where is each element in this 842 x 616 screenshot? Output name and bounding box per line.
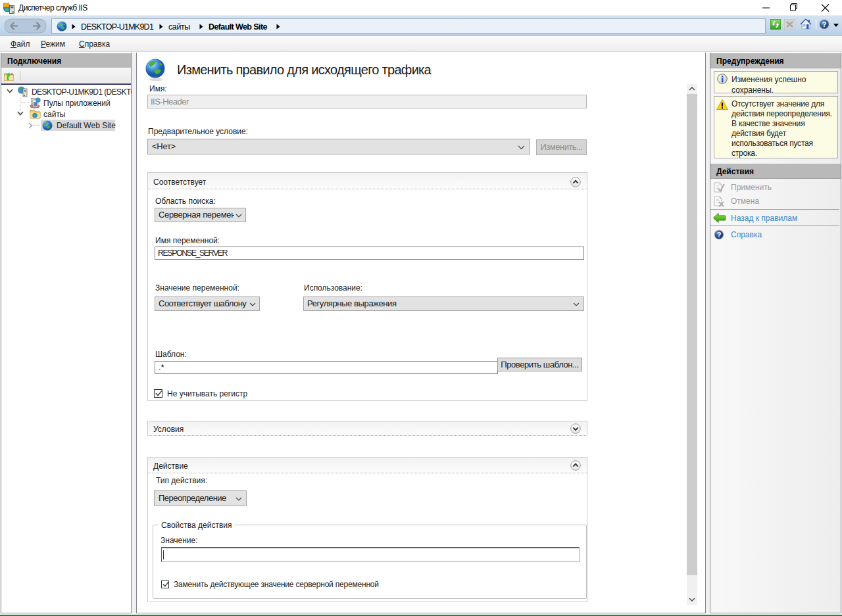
svg-text:?: ? — [717, 231, 722, 239]
svg-text:?: ? — [822, 20, 827, 28]
